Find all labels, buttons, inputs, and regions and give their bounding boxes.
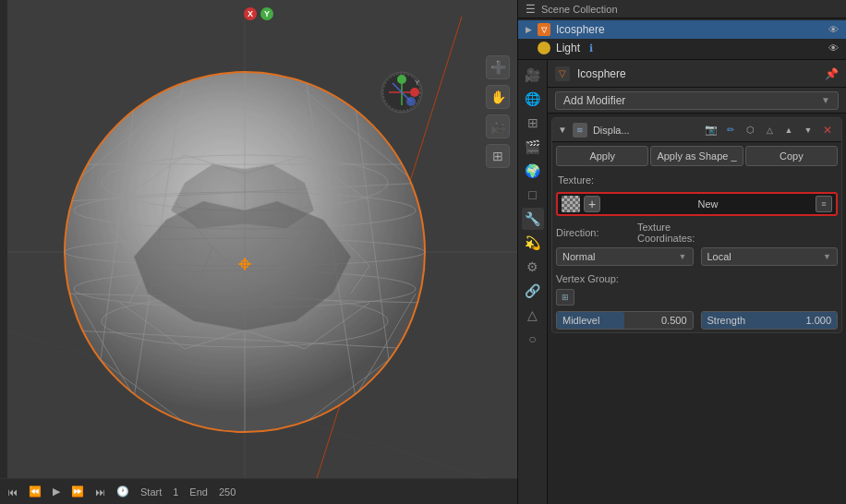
midlevel-field[interactable]: Midlevel 0.500 — [556, 311, 694, 330]
modifier-vertex-toggle[interactable]: △ — [761, 122, 778, 138]
light-name: Light — [556, 42, 580, 54]
strength-field[interactable]: Strength 1.000 — [701, 311, 839, 330]
left-toolbar — [0, 0, 7, 478]
modifier-render-toggle[interactable]: 📷 — [703, 122, 719, 138]
grid-tool-button[interactable]: ⊞ — [486, 144, 510, 168]
modifier-buttons-row: Apply Apply as Shape _ Copy — [552, 142, 841, 170]
visibility-icon-icosphere[interactable]: 👁 — [828, 24, 839, 35]
texcoords-chevron: ▼ — [823, 252, 831, 261]
right-panel: ☰ Scene Collection ▶ ▽ Icosphere 👁 ▶ — [517, 0, 846, 504]
main-area: X Y — [0, 0, 846, 504]
icosphere-icon: ▽ — [538, 23, 550, 36]
viewport-sphere: Y — [0, 0, 517, 504]
y-axis-indicator: Y — [260, 7, 273, 20]
texcoords-value: Local — [707, 251, 731, 262]
playback-prev-button[interactable]: ⏪ — [29, 486, 42, 498]
props-btn-particles[interactable]: 💫 — [522, 232, 544, 254]
orientation-widget: Y — [381, 72, 422, 113]
properties-sidebar: 🎥 🌐 ⊞ 🎬 🌍 □ 🔧 💫 ⚙ 🔗 △ ○ — [518, 60, 548, 504]
props-btn-view[interactable]: ⊞ — [522, 112, 544, 134]
modifier-move-up[interactable]: ▲ — [780, 122, 797, 138]
modifier-move-down[interactable]: ▼ — [800, 122, 816, 138]
direction-value: Normal — [562, 251, 595, 262]
props-btn-modifier[interactable]: 🔧 — [522, 208, 544, 230]
outliner-header: ☰ Scene Collection — [518, 0, 846, 18]
properties-header: ▽ Icosphere 📌 — [548, 60, 846, 88]
properties-panel: 🎥 🌐 ⊞ 🎬 🌍 □ 🔧 💫 ⚙ 🔗 △ ○ ▽ — [518, 60, 846, 504]
strength-label: Strength — [707, 315, 746, 326]
props-pin-button[interactable]: 📌 — [825, 67, 839, 80]
properties-content: ▽ Icosphere 📌 Add Modifier ▼ ▼ — [548, 60, 846, 504]
midlevel-label: Midlevel — [562, 315, 599, 326]
copy-button[interactable]: Copy — [745, 146, 838, 166]
modifier-header: ▼ ≋ Displa... 📷 ✏ ⬡ △ ▲ ▼ ✕ — [552, 118, 841, 142]
texture-browse-button[interactable]: ≡ — [816, 196, 832, 212]
props-btn-render[interactable]: 🎥 — [522, 64, 544, 86]
props-btn-physics[interactable]: ⚙ — [522, 256, 544, 278]
modifier-type-icon: ≋ — [573, 123, 587, 138]
props-btn-constraints[interactable]: 🔗 — [522, 280, 544, 302]
viewport-toolbar: ➕ ✋ 🎥 ⊞ — [486, 55, 510, 168]
start-label: Start — [140, 486, 162, 498]
add-modifier-dropdown[interactable]: Add Modifier ▼ — [555, 91, 839, 110]
texture-label-row: Texture: — [552, 170, 841, 190]
direction-chevron: ▼ — [679, 252, 687, 261]
playback-next-button[interactable]: ⏩ — [71, 486, 84, 498]
vertex-group-label: Vertex Group: — [556, 273, 619, 284]
strength-value: 1.000 — [805, 315, 831, 326]
playback-end-button[interactable]: ⏭ — [95, 486, 105, 498]
svg-point-55 — [397, 75, 406, 84]
direction-texcoords-row: Direction: Texture Coordinates: — [552, 220, 841, 246]
modifier-edit-toggle[interactable]: ✏ — [722, 122, 739, 138]
playback-play-button[interactable]: ▶ — [53, 486, 60, 498]
props-btn-output[interactable]: 🌐 — [522, 88, 544, 110]
end-label: End — [189, 486, 208, 498]
camera-tool-button[interactable]: 🎥 — [486, 114, 510, 138]
viewport-axes: X Y — [244, 7, 273, 20]
expand-icon: ▶ — [526, 25, 532, 34]
texcoords-label: Texture Coordinates: — [637, 222, 711, 244]
modifier-delete-button[interactable]: ✕ — [819, 122, 836, 138]
vertex-group-icon: ⊞ — [556, 289, 574, 306]
props-header-icon: ▽ — [555, 66, 570, 81]
texture-label: Texture: — [558, 174, 613, 186]
add-tool-button[interactable]: ➕ — [486, 55, 510, 79]
modifier-cage-toggle[interactable]: ⬡ — [742, 122, 758, 138]
outliner-item-light[interactable]: ▶ Light ℹ 👁 — [518, 39, 846, 57]
props-object-title: Icosphere — [577, 67, 817, 80]
visibility-icon-light[interactable]: 👁 — [828, 42, 839, 54]
props-btn-data[interactable]: △ — [522, 304, 544, 326]
viewport: X Y — [0, 0, 517, 504]
outliner-items: ▶ ▽ Icosphere 👁 ▶ Light ℹ 👁 — [518, 18, 846, 59]
light-info-icon: ℹ — [589, 42, 593, 54]
props-btn-world[interactable]: 🌍 — [522, 160, 544, 182]
outliner-icon: ☰ — [526, 3, 536, 16]
direction-dropdown[interactable]: Normal ▼ — [556, 247, 694, 266]
add-modifier-chevron: ▼ — [821, 95, 830, 105]
props-btn-scene[interactable]: 🎬 — [522, 136, 544, 158]
props-btn-material[interactable]: ○ — [522, 328, 544, 350]
props-btn-object[interactable]: □ — [522, 184, 544, 206]
texcoords-dropdown[interactable]: Local ▼ — [701, 247, 839, 266]
light-icon — [538, 42, 550, 54]
outliner: ☰ Scene Collection ▶ ▽ Icosphere 👁 ▶ — [518, 0, 846, 60]
add-modifier-label: Add Modifier — [563, 94, 625, 107]
svg-point-56 — [406, 97, 416, 106]
modifier-collapse-arrow[interactable]: ▼ — [558, 125, 567, 135]
apply-button[interactable]: Apply — [556, 146, 648, 166]
timer-icon: 🕐 — [116, 486, 129, 498]
texture-input-row[interactable]: + New ≡ — [556, 192, 838, 216]
outliner-item-icosphere[interactable]: ▶ ▽ Icosphere 👁 — [518, 20, 846, 39]
apply-as-shape-button[interactable]: Apply as Shape _ — [650, 146, 743, 166]
playback-start-button[interactable]: ⏮ — [7, 486, 18, 498]
modifier-values-row: Midlevel 0.500 Strength 1.000 — [552, 308, 841, 332]
texture-add-button[interactable]: + — [584, 196, 600, 212]
outliner-title: Scene Collection — [541, 4, 618, 15]
texture-name-field: New — [604, 198, 812, 210]
icosphere-name: Icosphere — [556, 23, 605, 36]
modifier-block: ▼ ≋ Displa... 📷 ✏ ⬡ △ ▲ ▼ ✕ — [551, 117, 842, 333]
grab-tool-button[interactable]: ✋ — [486, 85, 510, 109]
start-value: 1 — [173, 486, 178, 498]
modifier-header-controls: 📷 ✏ ⬡ △ ▲ ▼ ✕ — [703, 122, 836, 138]
x-axis-indicator: X — [244, 7, 257, 20]
